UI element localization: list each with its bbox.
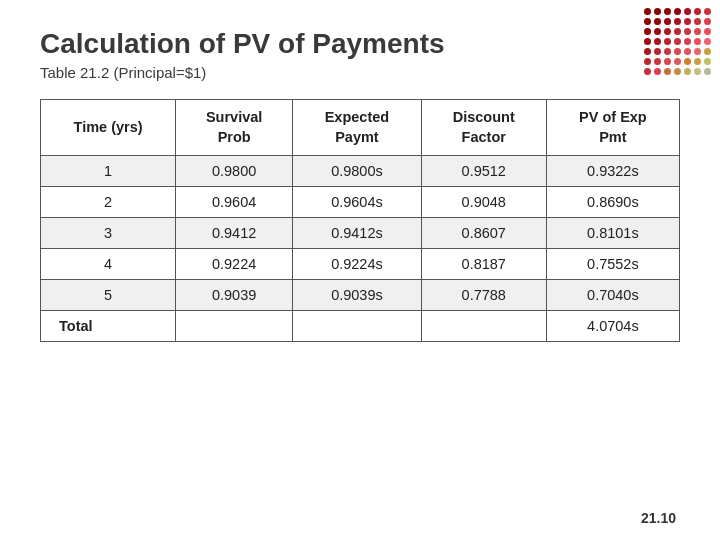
decorative-dot (674, 8, 681, 15)
table-cell: 0.9039s (293, 280, 422, 311)
decorative-dot (664, 68, 671, 75)
decorative-dot (654, 38, 661, 45)
header-expected: ExpectedPaymt (293, 100, 422, 156)
decorative-dot (674, 18, 681, 25)
decorative-dot (684, 68, 691, 75)
table-cell: 0.9604 (176, 187, 293, 218)
decorative-dot (704, 28, 711, 35)
page-title: Calculation of PV of Payments (40, 28, 680, 60)
decorative-dot (674, 28, 681, 35)
decorative-dot (664, 28, 671, 35)
decorative-dot (694, 28, 701, 35)
decorative-dot (664, 58, 671, 65)
page-number: 21.10 (641, 510, 676, 526)
table-cell: 0.8607 (421, 218, 546, 249)
table-cell: 0.9224 (176, 249, 293, 280)
table-row: 40.92240.9224s0.81870.7552s (41, 249, 680, 280)
table-cell: 3 (41, 218, 176, 249)
table-cell: 0.9224s (293, 249, 422, 280)
table-cell: 0.9039 (176, 280, 293, 311)
table-row: 30.94120.9412s0.86070.8101s (41, 218, 680, 249)
decorative-dot (694, 18, 701, 25)
table-cell: 0.7552s (546, 249, 679, 280)
table-header-row: Time (yrs) SurvivalProb ExpectedPaymt Di… (41, 100, 680, 156)
decorative-dot (654, 8, 661, 15)
decorative-dot (654, 48, 661, 55)
decorative-dot (694, 48, 701, 55)
decorative-dot (654, 68, 661, 75)
table-cell: 0.9322s (546, 156, 679, 187)
table-cell: 0.9604s (293, 187, 422, 218)
page-subtitle: Table 21.2 (Principal=$1) (40, 64, 680, 81)
decorative-dot (684, 48, 691, 55)
decorative-dot (644, 28, 651, 35)
table-cell: 0.9512 (421, 156, 546, 187)
decorative-dot (704, 8, 711, 15)
decorative-dot (704, 38, 711, 45)
decorative-dot (654, 28, 661, 35)
decorative-dot (644, 48, 651, 55)
header-pv: PV of ExpPmt (546, 100, 679, 156)
decorative-dot (694, 8, 701, 15)
table-row: 50.90390.9039s0.77880.7040s (41, 280, 680, 311)
decorative-dot (694, 38, 701, 45)
table-row: 10.98000.9800s0.95120.9322s (41, 156, 680, 187)
table-cell: 4.0704s (546, 311, 679, 342)
decorative-dot (684, 18, 691, 25)
table-cell: 1 (41, 156, 176, 187)
table-cell: 0.9412s (293, 218, 422, 249)
decorative-dot (704, 48, 711, 55)
table-cell: 0.9412 (176, 218, 293, 249)
data-table: Time (yrs) SurvivalProb ExpectedPaymt Di… (40, 99, 680, 342)
decorative-dot (674, 38, 681, 45)
decorative-dot (654, 18, 661, 25)
decorative-dot (644, 8, 651, 15)
header-discount: DiscountFactor (421, 100, 546, 156)
decorative-dot (644, 68, 651, 75)
decorative-dot (644, 38, 651, 45)
header-time: Time (yrs) (41, 100, 176, 156)
decorative-dot (674, 58, 681, 65)
decorative-dot (684, 38, 691, 45)
decorative-dot (644, 18, 651, 25)
table-cell: 0.8690s (546, 187, 679, 218)
table-cell: 0.9048 (421, 187, 546, 218)
decorative-dot (704, 68, 711, 75)
decorative-dot (664, 8, 671, 15)
table-cell: 5 (41, 280, 176, 311)
table-cell: 0.9800s (293, 156, 422, 187)
table-cell: 2 (41, 187, 176, 218)
decorative-dot (684, 8, 691, 15)
table-cell: 0.7040s (546, 280, 679, 311)
decorative-dot (664, 48, 671, 55)
table-row: Total4.0704s (41, 311, 680, 342)
decorative-dot (654, 58, 661, 65)
header-survival: SurvivalProb (176, 100, 293, 156)
table-cell: Total (41, 311, 176, 342)
dot-decoration (644, 8, 712, 76)
table-cell (176, 311, 293, 342)
decorative-dot (694, 58, 701, 65)
decorative-dot (664, 18, 671, 25)
decorative-dot (704, 58, 711, 65)
table-cell: 4 (41, 249, 176, 280)
table-cell: 0.8187 (421, 249, 546, 280)
table-cell: 0.9800 (176, 156, 293, 187)
table-cell (293, 311, 422, 342)
page: Calculation of PV of Payments Table 21.2… (0, 0, 720, 540)
table-row: 20.96040.9604s0.90480.8690s (41, 187, 680, 218)
table-cell (421, 311, 546, 342)
decorative-dot (674, 48, 681, 55)
decorative-dot (644, 58, 651, 65)
decorative-dot (684, 28, 691, 35)
table-cell: 0.7788 (421, 280, 546, 311)
table-cell: 0.8101s (546, 218, 679, 249)
decorative-dot (674, 68, 681, 75)
decorative-dot (704, 18, 711, 25)
decorative-dot (694, 68, 701, 75)
decorative-dot (664, 38, 671, 45)
decorative-dot (684, 58, 691, 65)
